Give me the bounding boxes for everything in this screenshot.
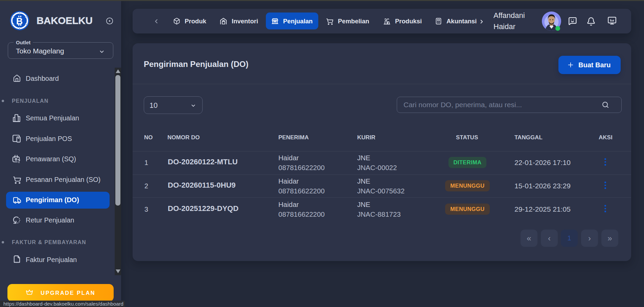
svg-text:B: B: [16, 16, 23, 26]
